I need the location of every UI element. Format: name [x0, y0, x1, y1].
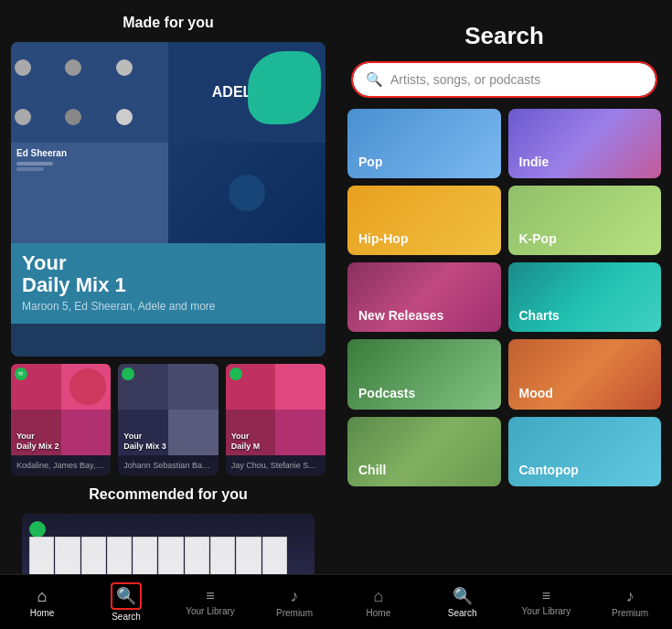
library-label-right: Your Library	[522, 606, 571, 616]
nav-premium-left[interactable]: ♪ Premium	[252, 587, 336, 618]
library-icon-right: ≡	[542, 588, 550, 604]
search-placeholder: Artists, songs, or podcasts	[390, 72, 540, 87]
mix2-desc: Kodaline, James Bay, Birdy and more	[16, 461, 105, 470]
search-label-right: Search	[448, 608, 477, 618]
mix4-desc: Jay Chou, Stefanie S...	[231, 461, 320, 470]
left-bottom-nav: ⌂ Home 🔍 Search ≡ Your Library ♪ Premium	[0, 574, 336, 629]
mix4-title-line2: Daily M	[231, 442, 261, 452]
right-panel: Search 🔍 Artists, songs, or podcasts Pop…	[336, 0, 672, 629]
mix-cell-1	[11, 42, 168, 143]
nav-search-left[interactable]: 🔍 Search	[84, 582, 168, 622]
search-page-title: Search	[351, 22, 657, 50]
genre-card-mood[interactable]: Mood	[508, 339, 662, 409]
genre-label-9: Cantopop	[519, 463, 579, 477]
search-label-left: Search	[112, 612, 141, 622]
premium-label-left: Premium	[276, 608, 313, 618]
search-highlight-box: 🔍	[111, 582, 142, 610]
mix2-title-line1: Your	[16, 432, 59, 442]
sheeran-text: Ed Sheeran	[16, 148, 163, 158]
genre-label-5: Charts	[519, 308, 560, 323]
library-label: Your Library	[186, 606, 235, 616]
small-mix-3-artwork: Your Daily Mix 3	[118, 364, 218, 455]
nav-premium-right[interactable]: ♪ Premium	[588, 587, 672, 618]
genre-label-6: Podcasts	[358, 386, 415, 400]
small-mix-card-4[interactable]: Your Daily M Jay Chou, Stefanie S...	[226, 364, 325, 475]
mix-cell-3: Ed Sheeran	[11, 143, 168, 243]
home-label: Home	[30, 608, 55, 618]
search-icon-left: 🔍	[116, 586, 136, 606]
search-header: Search 🔍 Artists, songs, or podcasts	[336, 0, 672, 109]
nav-home-left[interactable]: ⌂ Home	[0, 587, 84, 618]
made-for-you-title: Made for you	[11, 15, 325, 31]
small-mix-4-label: Jay Chou, Stefanie S...	[226, 455, 325, 475]
nav-search-right[interactable]: 🔍 Search	[421, 586, 505, 618]
main-mix-artwork: ADELE 19 Ed Sheeran	[11, 42, 325, 243]
premium-icon-right: ♪	[626, 587, 635, 606]
genre-card-charts[interactable]: Charts	[508, 262, 662, 332]
genre-card-cantopop[interactable]: Cantopop	[508, 417, 662, 486]
library-icon: ≡	[206, 588, 214, 604]
mix3-desc: Johann Sebastian Bach, Pyotr Ilyich Tc..…	[123, 461, 212, 470]
small-mix-4-artwork: Your Daily M	[226, 364, 325, 455]
genre-card-k-pop[interactable]: K-Pop	[508, 186, 662, 255]
premium-label-right: Premium	[612, 608, 648, 618]
recommended-title: Recommended for you	[22, 486, 315, 503]
daily-mix-title: Your Daily Mix 1	[22, 252, 315, 296]
home-icon: ⌂	[37, 587, 48, 606]
genre-card-indie[interactable]: Indie	[508, 109, 662, 178]
main-mix-card[interactable]: ADELE 19 Ed Sheeran	[11, 42, 325, 357]
nav-library-right[interactable]: ≡ Your Library	[505, 588, 589, 616]
small-mix-2-artwork: Your Daily Mix 2	[11, 364, 111, 455]
mix-cell-4	[168, 143, 325, 243]
left-panel: Made for you	[0, 0, 336, 629]
right-bottom-nav: ⌂ Home 🔍 Search ≡ Your Library ♪ Premium	[336, 574, 672, 629]
search-icon-right: 🔍	[366, 71, 383, 88]
genre-label-8: Chill	[358, 463, 386, 477]
search-bar-inner[interactable]: 🔍 Artists, songs, or podcasts	[353, 63, 656, 96]
genre-label-7: Mood	[519, 386, 553, 400]
genre-label-0: Pop	[358, 155, 382, 169]
svg-point-0	[17, 370, 25, 378]
genre-card-chill[interactable]: Chill	[347, 417, 501, 486]
recommended-section: Recommended for you	[11, 486, 325, 574]
main-mix-label: Your Daily Mix 1 Maroon 5, Ed Sheeran, A…	[11, 243, 325, 324]
genre-label-4: New Releases	[358, 308, 443, 323]
nav-library-left[interactable]: ≡ Your Library	[168, 588, 252, 616]
premium-icon: ♪	[291, 587, 299, 606]
mix2-title-line2: Daily Mix 2	[16, 442, 59, 452]
small-mix-card-2[interactable]: Your Daily Mix 2 Kodaline, James Bay, Bi…	[11, 364, 111, 475]
small-mix-card-3[interactable]: Your Daily Mix 3 Johann Sebastian Bach, …	[118, 364, 218, 475]
mix4-title-line1: Your	[231, 432, 261, 442]
search-icon-right-nav: 🔍	[453, 586, 473, 606]
genre-card-new-releases[interactable]: New Releases	[347, 262, 501, 332]
mix3-title-line1: Your	[123, 432, 166, 442]
recommended-card[interactable]	[22, 514, 315, 574]
spotify-badge-4	[229, 368, 242, 380]
small-mixes-row: Your Daily Mix 2 Kodaline, James Bay, Bi…	[11, 364, 325, 475]
search-bar-wrapper[interactable]: 🔍 Artists, songs, or podcasts	[351, 61, 657, 98]
genre-card-pop[interactable]: Pop	[347, 109, 501, 178]
daily-mix-subtitle: Maroon 5, Ed Sheeran, Adele and more	[22, 300, 315, 313]
spotify-badge-2	[15, 368, 27, 380]
genre-grid: PopIndieHip-HopK-PopNew ReleasesChartsPo…	[336, 109, 672, 574]
genre-label-2: Hip-Hop	[358, 231, 408, 246]
small-mix-2-label: Kodaline, James Bay, Birdy and more	[11, 455, 111, 475]
genre-card-hip-hop[interactable]: Hip-Hop	[347, 186, 501, 255]
teal-blob	[248, 51, 321, 124]
made-for-you-section: Made for you	[0, 0, 336, 574]
nav-home-right[interactable]: ⌂ Home	[336, 587, 421, 618]
small-mix-3-label: Johann Sebastian Bach, Pyotr Ilyich Tc..…	[118, 455, 218, 475]
home-label-right: Home	[367, 608, 391, 618]
mix3-title-line2: Daily Mix 3	[123, 442, 166, 452]
mix-collage: ADELE 19 Ed Sheeran	[11, 42, 325, 243]
genre-label-3: K-Pop	[519, 231, 557, 246]
sheeran-label: Ed Sheeran	[11, 143, 168, 176]
mix-cell-2: ADELE 19	[168, 42, 325, 143]
genre-card-podcasts[interactable]: Podcasts	[347, 339, 501, 409]
home-icon-right: ⌂	[373, 587, 383, 606]
genre-label-1: Indie	[519, 155, 549, 169]
piano-visual	[22, 514, 315, 574]
